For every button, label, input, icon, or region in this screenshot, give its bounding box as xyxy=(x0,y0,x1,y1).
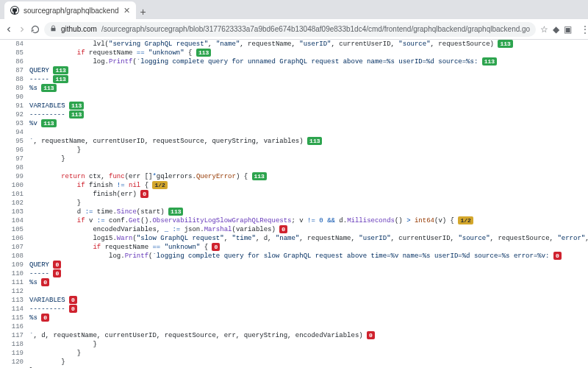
code-line[interactable]: 98 xyxy=(0,163,588,172)
code-line[interactable]: 111%s 0 xyxy=(0,278,588,287)
code-line[interactable]: 115%s 0 xyxy=(0,314,588,322)
code-line[interactable]: 103 d := time.Since(start) 113 xyxy=(0,208,588,216)
line-number[interactable]: 86 xyxy=(0,57,29,66)
extension-icon[interactable]: ◆ xyxy=(553,23,559,36)
line-number[interactable]: 100 xyxy=(0,181,29,190)
code-line[interactable]: 108 log.Printf(`logging complete query f… xyxy=(0,252,588,261)
code-line[interactable]: 85 if requestName == "unknown" { 113 xyxy=(0,49,588,57)
code-line[interactable]: 91VARIABLES 113 xyxy=(0,102,588,110)
address-bar[interactable]: github.com/sourcegraph/sourcegraph/blob/… xyxy=(44,22,536,37)
new-tab-button[interactable]: + xyxy=(136,4,151,19)
line-number[interactable]: 103 xyxy=(0,208,29,216)
code-line[interactable]: 93%v 113 xyxy=(0,119,588,128)
code-line[interactable]: 88----- 113 xyxy=(0,75,588,84)
line-number[interactable]: 112 xyxy=(0,287,29,296)
code-line[interactable]: 114--------- 0 xyxy=(0,305,588,314)
line-number[interactable]: 106 xyxy=(0,234,29,243)
line-number[interactable]: 120 xyxy=(0,358,29,367)
coverage-badge[interactable]: 0 xyxy=(140,190,148,198)
line-number[interactable]: 85 xyxy=(0,49,29,57)
line-number[interactable]: 102 xyxy=(0,199,29,208)
code-line[interactable]: 102 } xyxy=(0,199,588,208)
coverage-badge[interactable]: 0 xyxy=(41,314,49,322)
coverage-badge[interactable]: 113 xyxy=(53,66,68,74)
code-line[interactable]: 96 } xyxy=(0,146,588,155)
extension-icon[interactable]: ▣ xyxy=(564,23,572,36)
line-number[interactable]: 105 xyxy=(0,225,29,234)
code-line[interactable]: 86 log.Printf(`logging complete query fo… xyxy=(0,57,588,66)
code-line[interactable]: 116 xyxy=(0,322,588,331)
line-number[interactable]: 109 xyxy=(0,261,29,269)
line-number[interactable]: 89 xyxy=(0,84,29,93)
coverage-badge[interactable]: 113 xyxy=(41,84,56,92)
line-number[interactable]: 94 xyxy=(0,128,29,137)
code-line[interactable]: 113VARIABLES 0 xyxy=(0,296,588,305)
line-number[interactable]: 96 xyxy=(0,146,29,155)
line-number[interactable]: 104 xyxy=(0,216,29,225)
back-button[interactable] xyxy=(4,22,13,37)
coverage-badge[interactable]: 0 xyxy=(41,278,49,286)
line-number[interactable]: 97 xyxy=(0,155,29,163)
code-line[interactable]: 104 if v := conf.Get().ObservabilityLogS… xyxy=(0,216,588,225)
coverage-badge[interactable]: 0 xyxy=(279,225,287,233)
coverage-badge[interactable]: 113 xyxy=(41,119,56,127)
line-number[interactable]: 95 xyxy=(0,137,29,146)
code-line[interactable]: 94 xyxy=(0,128,588,137)
code-line[interactable]: 105 encodedVariables, _ := json.Marshal(… xyxy=(0,225,588,234)
code-line[interactable]: 99 return ctx, func(err []*gqlerrors.Que… xyxy=(0,172,588,181)
code-line[interactable]: 95`, requestName, currentUserID, request… xyxy=(0,137,588,146)
line-number[interactable]: 84 xyxy=(0,40,29,49)
coverage-badge[interactable]: 113 xyxy=(498,40,512,48)
line-number[interactable]: 93 xyxy=(0,119,29,128)
line-number[interactable]: 116 xyxy=(0,322,29,331)
menu-icon[interactable]: ⋮ xyxy=(581,23,588,36)
coverage-badge[interactable]: 0 xyxy=(53,269,61,277)
line-number[interactable]: 90 xyxy=(0,93,29,102)
code-line[interactable]: 89%s 113 xyxy=(0,84,588,93)
code-line[interactable]: 118 } xyxy=(0,340,588,349)
coverage-badge[interactable]: 113 xyxy=(168,208,183,216)
line-number[interactable]: 111 xyxy=(0,278,29,287)
code-view[interactable]: 84 lvl("serving GraphQL request", "name"… xyxy=(0,40,588,368)
line-number[interactable]: 108 xyxy=(0,252,29,261)
code-line[interactable]: 107 if requestName == "unknown" { 0 xyxy=(0,243,588,252)
line-number[interactable]: 118 xyxy=(0,340,29,349)
coverage-badge[interactable]: 113 xyxy=(307,137,322,145)
coverage-badge[interactable]: 0 xyxy=(212,243,220,251)
coverage-badge[interactable]: 1/2 xyxy=(458,216,473,224)
coverage-badge[interactable]: 113 xyxy=(482,57,497,66)
line-number[interactable]: 107 xyxy=(0,243,29,252)
forward-button[interactable] xyxy=(18,22,26,37)
star-icon[interactable]: ☆ xyxy=(540,23,548,36)
line-number[interactable]: 91 xyxy=(0,102,29,110)
close-icon[interactable]: ✕ xyxy=(123,6,130,15)
line-number[interactable]: 87 xyxy=(0,66,29,75)
code-line[interactable]: 112 xyxy=(0,287,588,296)
coverage-badge[interactable]: 0 xyxy=(69,305,77,313)
reload-button[interactable] xyxy=(31,22,40,37)
code-line[interactable]: 101 finish(err) 0 xyxy=(0,190,588,199)
code-line[interactable]: 87QUERY 113 xyxy=(0,66,588,75)
coverage-badge[interactable]: 1/2 xyxy=(152,181,167,189)
line-number[interactable]: 110 xyxy=(0,269,29,278)
code-line[interactable]: 90 xyxy=(0,93,588,102)
line-number[interactable]: 99 xyxy=(0,172,29,181)
line-number[interactable]: 117 xyxy=(0,331,29,340)
code-line[interactable]: 92--------- 113 xyxy=(0,110,588,119)
line-number[interactable]: 113 xyxy=(0,296,29,305)
code-line[interactable]: 119 } xyxy=(0,349,588,358)
line-number[interactable]: 114 xyxy=(0,305,29,314)
coverage-badge[interactable]: 113 xyxy=(196,49,211,57)
line-number[interactable]: 98 xyxy=(0,163,29,172)
line-number[interactable]: 115 xyxy=(0,314,29,322)
line-number[interactable]: 101 xyxy=(0,190,29,199)
coverage-badge[interactable]: 113 xyxy=(53,75,68,83)
code-line[interactable]: 117`, d, requestName, currentUserID, req… xyxy=(0,331,588,340)
code-line[interactable]: 106 log15.Warn("slow GraphQL request", "… xyxy=(0,234,588,243)
code-line[interactable]: 84 lvl("serving GraphQL request", "name"… xyxy=(0,40,588,49)
line-number[interactable]: 119 xyxy=(0,349,29,358)
coverage-badge[interactable]: 113 xyxy=(69,102,84,110)
code-line[interactable]: 97 } xyxy=(0,155,588,163)
browser-tab-active[interactable]: sourcegraph/graphqlbackend ✕ xyxy=(4,1,136,19)
coverage-badge[interactable]: 113 xyxy=(69,110,84,118)
